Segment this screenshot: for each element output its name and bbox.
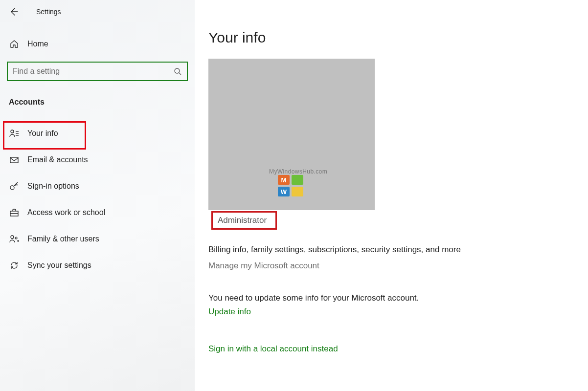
search-input[interactable] [13,67,173,76]
nav-label: Family & other users [27,235,99,243]
nav-label: Sync your settings [27,261,91,270]
sync-icon [9,261,20,270]
billing-description: Billing info, family settings, subscript… [208,243,473,256]
back-button[interactable] [8,6,20,18]
svg-point-0 [175,68,180,73]
person-badge-icon [9,129,20,138]
profile-picture-placeholder: MyWindowsHub.com M W [208,59,375,210]
watermark-tile: W [278,187,290,196]
app-title: Settings [36,8,61,16]
arrow-left-icon [9,7,19,17]
main-content: Your info MyWindowsHub.com M W Administr… [195,0,588,391]
key-icon [9,181,20,191]
mail-icon [9,155,20,165]
home-nav[interactable]: Home [0,32,195,56]
search-icon [173,67,182,76]
svg-rect-6 [10,157,18,163]
watermark-text: MyWindowsHub.com [269,168,327,175]
svg-point-2 [11,130,14,133]
home-label: Home [27,40,48,48]
nav-label: Email & accounts [27,155,88,164]
page-title: Your info [208,29,588,46]
svg-point-10 [15,237,17,239]
svg-line-1 [179,73,181,75]
manage-account-link[interactable]: Manage my Microsoft account [208,261,588,271]
watermark-tile: M [278,175,290,185]
sidebar: Settings Home Accounts Your info Email &… [0,0,195,391]
nav-sync-settings[interactable]: Sync your settings [0,252,195,279]
update-info-link[interactable]: Update info [208,307,588,317]
svg-point-9 [11,236,14,239]
nav-label: Access work or school [27,208,105,217]
update-info-message: You need to update some info for your Mi… [208,293,588,303]
people-plus-icon [9,234,20,244]
local-account-link[interactable]: Sign in with a local account instead [208,344,588,354]
nav-your-info[interactable]: Your info [0,120,195,147]
nav-access-work-school[interactable]: Access work or school [0,199,195,226]
nav-label: Sign-in options [27,182,79,191]
search-box[interactable] [7,62,188,81]
watermark-tile [292,175,303,185]
home-icon [9,39,20,49]
nav-sign-in-options[interactable]: Sign-in options [0,173,195,199]
svg-point-7 [10,186,14,190]
window-header: Settings [0,0,195,23]
section-title: Accounts [0,98,195,107]
account-role: Administrator [218,216,267,225]
watermark-tile [292,187,303,196]
nav-email-accounts[interactable]: Email & accounts [0,147,195,173]
nav-family-users[interactable]: Family & other users [0,226,195,252]
nav-label: Your info [27,129,58,138]
watermark-logo: M W [278,175,305,202]
briefcase-icon [9,208,20,217]
nav-list: Your info Email & accounts Sign-in optio… [0,120,195,279]
account-role-highlight: Administrator [211,211,277,230]
